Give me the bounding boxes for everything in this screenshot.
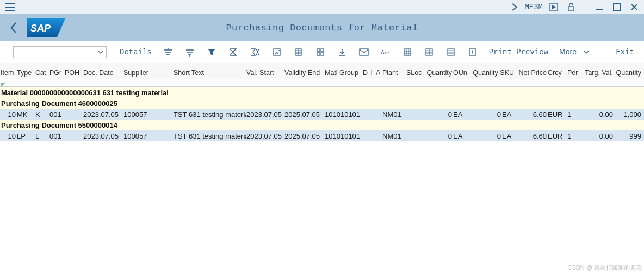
- col-docdate[interactable]: Doc. Date: [83, 69, 123, 77]
- col-cat[interactable]: Cat: [35, 69, 49, 77]
- page-title: Purchasing Documents for Material: [65, 23, 579, 33]
- back-button[interactable]: [5, 20, 22, 36]
- layout-select[interactable]: [13, 46, 107, 58]
- export-icon[interactable]: [289, 45, 308, 60]
- group-pd2[interactable]: Purchasing Document 5500000014: [0, 120, 644, 130]
- app-header: SAP Purchasing Documents for Material: [0, 14, 644, 41]
- col-poh[interactable]: POH: [64, 69, 83, 77]
- col-matlgroup[interactable]: Matl Group: [324, 69, 362, 77]
- play-icon[interactable]: [547, 2, 560, 13]
- svg-rect-9: [317, 53, 320, 55]
- grid-header: Item Type Cat PGr POH Doc. Date Supplier…: [0, 63, 644, 79]
- col-quantity2[interactable]: Quantity: [614, 69, 642, 77]
- minimize-icon[interactable]: [593, 2, 606, 13]
- grid-corner[interactable]: [0, 79, 644, 87]
- grid1-icon[interactable]: [398, 45, 417, 60]
- details-button[interactable]: Details: [115, 46, 156, 59]
- col-oun[interactable]: OUn: [453, 69, 471, 77]
- svg-rect-10: [321, 53, 324, 55]
- col-plant[interactable]: Plant: [382, 69, 406, 77]
- col-valstart[interactable]: Val. Start: [246, 69, 284, 77]
- table-row[interactable]: 10 MK K 001 2023.07.05 100057 TST 631 te…: [0, 109, 644, 120]
- download-icon[interactable]: [332, 45, 352, 60]
- more-button[interactable]: More: [555, 45, 594, 59]
- col-d[interactable]: D: [362, 69, 370, 77]
- col-supplier[interactable]: Supplier: [123, 69, 173, 77]
- forward-icon[interactable]: [509, 2, 520, 12]
- col-targval[interactable]: Targ. Val.: [581, 69, 614, 77]
- table-row[interactable]: 10 LP L 001 2023.07.05 100057 TST 631 te…: [0, 130, 644, 141]
- col-quantity[interactable]: Quantity: [424, 69, 453, 77]
- group-pd1[interactable]: Purchasing Document 4600000025: [0, 98, 644, 109]
- filter-icon[interactable]: [202, 45, 221, 60]
- exit-button[interactable]: Exit: [611, 46, 639, 59]
- grid2-icon[interactable]: [419, 45, 439, 60]
- col-qtysku[interactable]: Quantity SKU: [471, 69, 515, 77]
- svg-text:bc: bc: [385, 51, 389, 55]
- col-pgr[interactable]: PGr: [49, 69, 64, 77]
- abc-icon[interactable]: Abc: [376, 45, 395, 60]
- info-icon[interactable]: i: [463, 45, 482, 60]
- svg-text:A: A: [381, 49, 385, 55]
- col-i[interactable]: I: [370, 69, 375, 77]
- sort-desc-icon[interactable]: [180, 45, 200, 60]
- sort-asc-icon[interactable]: [158, 45, 178, 60]
- col-validityend[interactable]: Validity End: [284, 69, 324, 77]
- col-type[interactable]: Type: [16, 69, 35, 77]
- group-material[interactable]: Material 000000000000000631 631 testing …: [0, 87, 644, 98]
- select-all-icon[interactable]: [1, 79, 5, 84]
- col-item[interactable]: Item: [0, 69, 16, 77]
- svg-point-5: [278, 50, 280, 51]
- maximize-icon[interactable]: [610, 2, 623, 13]
- unlock-icon[interactable]: [565, 2, 578, 13]
- svg-rect-8: [321, 49, 324, 52]
- col-per[interactable]: Per: [567, 69, 581, 77]
- total-icon[interactable]: [224, 45, 243, 60]
- print-icon[interactable]: [267, 45, 287, 60]
- grid3-icon[interactable]: [441, 45, 461, 60]
- close-icon[interactable]: [628, 2, 641, 13]
- sap-logo: SAP: [27, 18, 65, 37]
- svg-rect-14: [404, 49, 411, 55]
- mail-icon[interactable]: [354, 45, 374, 60]
- svg-text:SAP: SAP: [30, 23, 51, 34]
- svg-rect-7: [317, 49, 320, 52]
- views-icon[interactable]: [311, 45, 330, 60]
- svg-rect-1: [568, 7, 574, 11]
- svg-rect-11: [360, 49, 368, 55]
- col-shorttext[interactable]: Short Text: [173, 69, 246, 77]
- subtotal-icon[interactable]: [245, 45, 265, 60]
- col-netprice[interactable]: Net Price: [515, 69, 547, 77]
- watermark: CSDN @ 喜欢打酱油的老鸟: [568, 264, 642, 272]
- grid-area: Item Type Cat PGr POH Doc. Date Supplier…: [0, 63, 644, 274]
- print-preview-button[interactable]: Print Preview: [485, 46, 553, 59]
- tcode-label: ME3M: [524, 3, 543, 11]
- titlebar: ME3M: [0, 0, 644, 14]
- col-a[interactable]: A: [375, 69, 382, 77]
- svg-text:i: i: [472, 49, 473, 55]
- col-sloc[interactable]: SLoc: [406, 69, 424, 77]
- col-crcy[interactable]: Crcy: [547, 69, 567, 77]
- svg-rect-2: [614, 4, 620, 10]
- hamburger-menu-icon[interactable]: [3, 2, 17, 12]
- more-label: More: [559, 47, 577, 56]
- toolbar: Details Abc i Print Preview: [0, 41, 644, 63]
